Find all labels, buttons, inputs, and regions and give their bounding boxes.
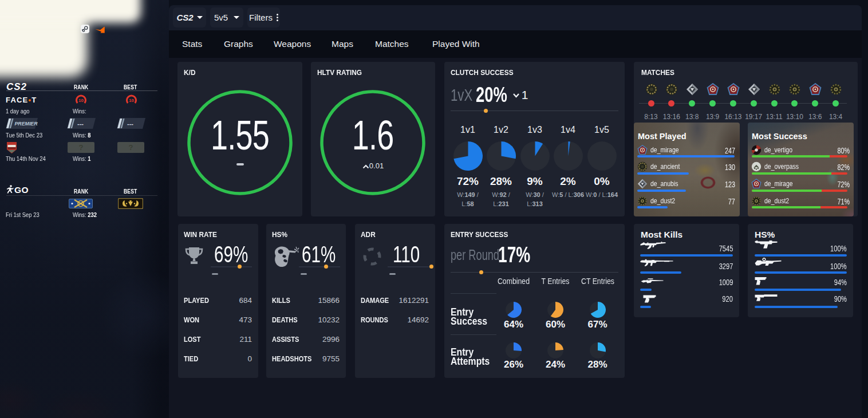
svg-text:10: 10 [129, 98, 134, 103]
svg-text:---: --- [127, 120, 133, 127]
svg-text:---: --- [77, 120, 84, 127]
svg-text:PREMIER: PREMIER [15, 121, 38, 127]
svg-text:10: 10 [78, 98, 84, 103]
